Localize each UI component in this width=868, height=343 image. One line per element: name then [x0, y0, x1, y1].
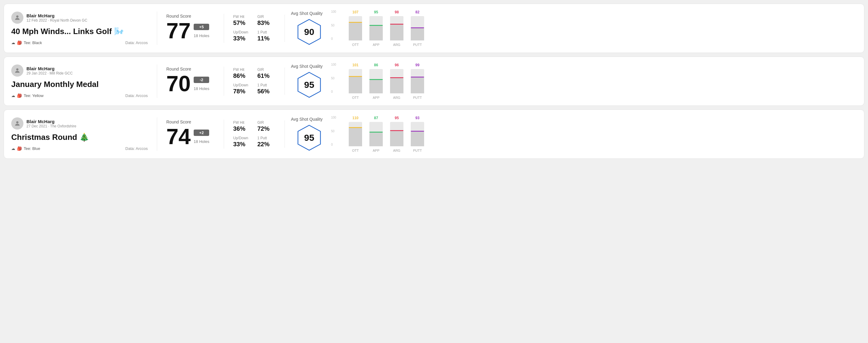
hexagon-score: 95 — [304, 80, 314, 90]
date-course: 29 Jan 2022 · Mill Ride GCC — [26, 71, 73, 75]
chart-label: OTT — [352, 96, 359, 99]
updown-label: Up/Down — [233, 136, 251, 140]
gir-stat: GIR 83% — [257, 14, 276, 27]
chart-column: 110 OTT — [349, 116, 362, 152]
bar-fill — [390, 131, 403, 146]
bar-fill — [390, 78, 403, 93]
cloud-icon: ☁ — [11, 146, 15, 151]
score-big: 77 — [166, 20, 191, 42]
bar-line — [390, 130, 403, 131]
bar-fill — [349, 77, 362, 93]
round-score-label: Round Score — [166, 67, 215, 71]
holes-text: 18 Holes — [194, 33, 209, 38]
score-badge: +2 — [194, 129, 209, 136]
score-badge: +5 — [194, 24, 209, 30]
bottom-row: ☁ 🎒 Tee: Blue Data: Arccos — [11, 146, 148, 151]
bar-line — [411, 27, 424, 28]
oneputt-stat: 1 Putt 11% — [257, 30, 276, 42]
gir-stat: GIR 61% — [257, 67, 276, 80]
bar-line — [349, 22, 362, 23]
tee-label: Tee: Yellow — [24, 93, 43, 98]
bar-wrapper — [390, 122, 403, 146]
user-info: Blair McHarg 29 Jan 2022 · Mill Ride GCC — [26, 66, 73, 75]
fw-hit-stat: FW Hit 36% — [233, 120, 251, 132]
updown-value: 78% — [233, 88, 251, 95]
bar-line — [411, 131, 424, 132]
chart-column: 95 ARG — [390, 116, 403, 152]
bar-value: 107 — [352, 10, 359, 14]
chart-column: 82 PUTT — [411, 10, 424, 46]
chart-label: APP — [373, 96, 379, 99]
stats-grid: FW Hit 86% GIR 61% Up/Down 78% 1 Putt 56… — [233, 67, 275, 95]
chart-column: 87 APP — [369, 116, 383, 152]
score-row: 77 +5 18 Holes — [166, 20, 215, 42]
avatar — [11, 64, 23, 76]
bar-wrapper — [390, 16, 403, 40]
gir-value: 72% — [257, 125, 276, 132]
bar-fill — [369, 26, 383, 40]
user-info: Blair McHarg 27 Dec 2021 · The Oxfordshi… — [26, 119, 76, 128]
round-score-label: Round Score — [166, 14, 215, 19]
bar-fill — [349, 23, 362, 40]
bar-wrapper — [390, 69, 403, 93]
quality-label: Avg Shot Quality — [291, 64, 322, 69]
bag-icon: 🎒 — [17, 146, 22, 151]
round-title: Christmas Round 🎄 — [11, 132, 148, 142]
cloud-icon: ☁ — [11, 93, 15, 98]
data-source: Data: Arccos — [125, 146, 148, 151]
gir-value: 83% — [257, 20, 276, 27]
chart-section: 100 50 0 110 OTT 87 APP 95 ARG — [334, 116, 857, 152]
chart-label: ARG — [393, 96, 400, 99]
quality-section: Avg Shot Quality 95 — [285, 64, 334, 98]
chart-column: 101 OTT — [349, 63, 362, 99]
fw-hit-label: FW Hit — [233, 14, 251, 19]
bar-value: 82 — [415, 10, 419, 14]
bar-line — [390, 77, 403, 78]
updown-label: Up/Down — [233, 30, 251, 34]
oneputt-stat: 1 Putt 56% — [257, 83, 276, 95]
stats-section: FW Hit 36% GIR 72% Up/Down 33% 1 Putt 22… — [224, 120, 285, 148]
bar-value: 98 — [395, 10, 399, 14]
tee-info: ☁ 🎒 Tee: Yellow — [11, 93, 43, 98]
bar-value: 99 — [415, 63, 419, 67]
score-badge: -2 — [194, 76, 209, 83]
chart-label: OTT — [352, 43, 359, 46]
gir-label: GIR — [257, 67, 276, 72]
fw-hit-label: FW Hit — [233, 67, 251, 72]
score-row: 70 -2 18 Holes — [166, 73, 215, 95]
fw-hit-label: FW Hit — [233, 120, 251, 125]
round-card-2: Blair McHarg 29 Jan 2022 · Mill Ride GCC… — [4, 57, 864, 106]
chart-label: PUTT — [413, 149, 422, 152]
chart-column: 98 ARG — [390, 10, 403, 46]
data-source: Data: Arccos — [125, 40, 148, 45]
date-course: 27 Dec 2021 · The Oxfordshire — [26, 124, 76, 128]
stats-grid: FW Hit 36% GIR 72% Up/Down 33% 1 Putt 22… — [233, 120, 275, 148]
chart-section: 100 50 0 107 OTT 95 APP 98 ARG — [334, 10, 857, 46]
bar-value: 87 — [374, 116, 378, 120]
hexagon-container: 90 — [296, 18, 323, 45]
holes-text: 18 Holes — [194, 86, 209, 91]
updown-value: 33% — [233, 35, 251, 42]
round-card-1: Blair McHarg 12 Feb 2022 · Royal North D… — [4, 4, 864, 53]
quality-label: Avg Shot Quality — [291, 117, 322, 122]
oneputt-value: 56% — [257, 88, 276, 95]
oneputt-label: 1 Putt — [257, 83, 276, 87]
tee-label: Tee: Blue — [24, 146, 40, 151]
avatar — [11, 11, 23, 24]
user-info: Blair McHarg 12 Feb 2022 · Royal North D… — [26, 13, 87, 23]
bar-fill — [411, 28, 424, 40]
bar-wrapper — [369, 122, 383, 146]
round-card-3: Blair McHarg 27 Dec 2021 · The Oxfordshi… — [4, 110, 864, 159]
round-title: January Monthly Medal — [11, 80, 148, 89]
chart-label: APP — [373, 43, 379, 46]
date-course: 12 Feb 2022 · Royal North Devon GC — [26, 18, 87, 23]
left-section: Blair McHarg 12 Feb 2022 · Royal North D… — [11, 11, 157, 45]
bar-wrapper — [349, 16, 362, 40]
gir-label: GIR — [257, 120, 276, 125]
hexagon-score: 95 — [304, 132, 314, 143]
chart-column: 95 APP — [369, 10, 383, 46]
chart-label: PUTT — [413, 96, 422, 99]
oneputt-value: 22% — [257, 141, 276, 148]
hexagon-score: 90 — [304, 27, 314, 37]
bar-line — [369, 79, 383, 80]
